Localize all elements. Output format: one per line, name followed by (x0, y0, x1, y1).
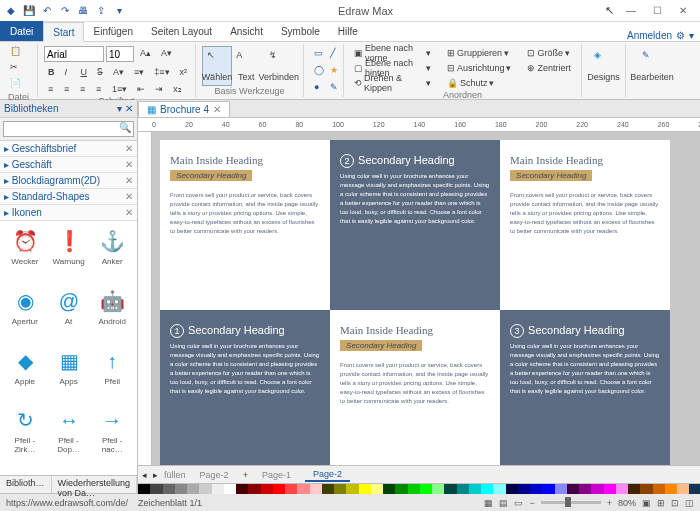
color-swatch[interactable] (420, 484, 432, 494)
shape-item[interactable]: ◉Apertur (4, 285, 46, 343)
color-swatch[interactable] (604, 484, 616, 494)
file-tab[interactable]: Datei (0, 21, 43, 41)
shape-item[interactable]: ⚓Anker (91, 225, 133, 283)
color-swatch[interactable] (322, 484, 334, 494)
page-tab[interactable]: Page-2 (192, 469, 237, 481)
shape-dot-icon[interactable]: ● (310, 80, 324, 94)
color-swatch[interactable] (334, 484, 346, 494)
color-swatch[interactable] (285, 484, 297, 494)
color-swatch[interactable] (359, 484, 371, 494)
color-swatch[interactable] (665, 484, 677, 494)
color-swatch[interactable] (469, 484, 481, 494)
protect-button[interactable]: 🔒 Schutz ▾ (443, 76, 516, 90)
color-swatch[interactable] (530, 484, 542, 494)
page-tab[interactable]: Page-1 (254, 469, 299, 481)
color-swatch[interactable] (199, 484, 211, 494)
zoom-slider[interactable] (541, 501, 601, 504)
gear-icon[interactable]: ⚙ (676, 30, 685, 41)
color-swatch[interactable] (579, 484, 591, 494)
search-icon[interactable]: 🔍 (119, 122, 131, 133)
color-swatch[interactable] (542, 484, 554, 494)
color-swatch[interactable] (273, 484, 285, 494)
color-swatch[interactable] (297, 484, 309, 494)
underline-button[interactable]: U (77, 65, 92, 79)
align-button[interactable]: ⊟ Ausrichtung ▾ (443, 61, 516, 75)
library-item[interactable]: ▸ Blockdiagramm(2D)✕ (0, 173, 137, 189)
center-button[interactable]: ⊕ Zentriert (523, 61, 575, 75)
panel-5[interactable]: Main Inside Heading Secondary Heading Fr… (330, 310, 500, 465)
panel-2[interactable]: 2Secondary Heading Using color well in y… (330, 140, 500, 310)
font-size-select[interactable] (106, 46, 134, 62)
color-swatch[interactable] (383, 484, 395, 494)
color-swatch[interactable] (138, 484, 150, 494)
view-mode-icon[interactable]: ▤ (499, 498, 508, 508)
color-swatch[interactable] (408, 484, 420, 494)
color-swatch[interactable] (628, 484, 640, 494)
select-tool[interactable]: ↖Wählen (202, 46, 232, 86)
close-lib-icon[interactable]: ✕ (125, 207, 133, 218)
font-family-select[interactable] (44, 46, 104, 62)
color-swatch[interactable] (457, 484, 469, 494)
shape-item[interactable]: ❗Warnung (48, 225, 90, 283)
zoom-in-button[interactable]: + (607, 498, 612, 508)
view-icon[interactable]: ◫ (685, 498, 694, 508)
color-swatch[interactable] (248, 484, 260, 494)
redo-icon[interactable]: ↷ (58, 4, 72, 18)
view-icon[interactable]: ⊞ (657, 498, 665, 508)
shape-line-icon[interactable]: ╱ (326, 46, 340, 60)
maximize-button[interactable]: ☐ (648, 4, 666, 18)
close-lib-icon[interactable]: ✕ (125, 175, 133, 186)
color-swatch[interactable] (371, 484, 383, 494)
view-icon[interactable]: ⊡ (671, 498, 679, 508)
align-center-button[interactable]: ≡ (60, 82, 74, 96)
color-swatch[interactable] (689, 484, 700, 494)
tab-page-layout[interactable]: Seiten Layout (142, 21, 221, 41)
font-shrink-button[interactable]: A▾ (157, 46, 176, 60)
shape-ellipse-icon[interactable]: ◯ (310, 63, 324, 77)
color-swatch[interactable] (677, 484, 689, 494)
align-left-button[interactable]: ≡ (44, 82, 58, 96)
library-item[interactable]: ▸ Geschäft✕ (0, 157, 137, 173)
document-tab[interactable]: ▦ Brochure 4 ✕ (138, 101, 230, 117)
minimize-button[interactable]: — (622, 4, 640, 18)
sidebar-dropdown-icon[interactable]: ▾ ✕ (117, 103, 133, 114)
shape-rect-icon[interactable]: ▭ (310, 46, 324, 60)
color-swatch[interactable] (236, 484, 248, 494)
add-page-icon[interactable]: + (243, 470, 248, 480)
panel-6[interactable]: 3Secondary Heading Using color well in y… (500, 310, 670, 465)
undo-icon[interactable]: ↶ (40, 4, 54, 18)
color-swatch[interactable] (310, 484, 322, 494)
bullets-button[interactable]: ≡▾ (130, 65, 148, 79)
panel-1[interactable]: Main Inside Heading Secondary Heading Fr… (160, 140, 330, 310)
color-swatch[interactable] (395, 484, 407, 494)
align-right-button[interactable]: ≡ (76, 82, 90, 96)
color-swatch[interactable] (506, 484, 518, 494)
color-swatch[interactable] (616, 484, 628, 494)
color-swatch[interactable] (444, 484, 456, 494)
italic-button[interactable]: I (61, 65, 75, 79)
sidebar-foot-tab[interactable]: Biblioth… (0, 476, 52, 493)
numbering-button[interactable]: 1≡▾ (108, 82, 131, 96)
shape-search-input[interactable] (3, 121, 134, 137)
view-icon[interactable]: ▣ (642, 498, 651, 508)
tab-start[interactable]: Start (43, 22, 84, 42)
line-spacing-button[interactable]: ‡≡▾ (150, 65, 173, 79)
prev-page-icon[interactable]: ◂ (142, 470, 147, 480)
tab-symbols[interactable]: Symbole (272, 21, 329, 41)
color-swatch[interactable] (212, 484, 224, 494)
shape-item[interactable]: ◆Apple (4, 345, 46, 403)
shape-item[interactable]: @At (48, 285, 90, 343)
save-icon[interactable]: 💾 (22, 4, 36, 18)
color-swatch[interactable] (640, 484, 652, 494)
panel-4[interactable]: 1Secondary Heading Using color well in y… (160, 310, 330, 465)
indent-right-button[interactable]: ⇥ (151, 82, 167, 96)
tab-insert[interactable]: Einfügen (84, 21, 141, 41)
export-icon[interactable]: ⇪ (94, 4, 108, 18)
next-page-icon[interactable]: ▸ (153, 470, 158, 480)
color-swatch[interactable] (555, 484, 567, 494)
color-swatch[interactable] (432, 484, 444, 494)
size-button[interactable]: ⊡ Größe ▾ (523, 46, 575, 60)
close-button[interactable]: ✕ (674, 4, 692, 18)
panel-3[interactable]: Main Inside Heading Secondary Heading Fr… (500, 140, 670, 310)
group-button[interactable]: ⊞ Gruppieren ▾ (443, 46, 516, 60)
